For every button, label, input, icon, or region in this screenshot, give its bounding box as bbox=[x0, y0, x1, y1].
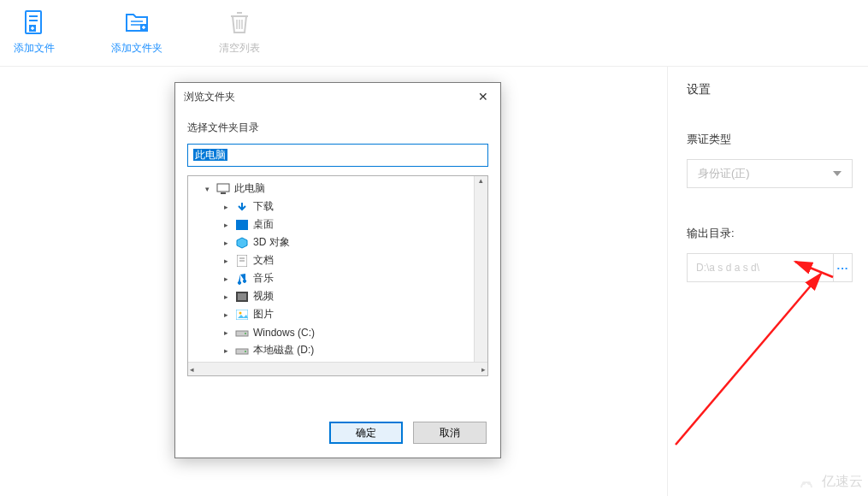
clear-list-label: 清空列表 bbox=[219, 41, 260, 56]
tree-node-label: 下载 bbox=[253, 199, 274, 214]
tree-node-label: 本地磁盘 (D:) bbox=[253, 343, 314, 357]
svg-point-27 bbox=[245, 333, 246, 334]
doc-icon bbox=[234, 254, 250, 268]
expand-icon[interactable] bbox=[224, 292, 234, 301]
svg-rect-16 bbox=[217, 184, 229, 192]
tree-node[interactable]: 本地磁盘 (D:) bbox=[188, 341, 487, 359]
watermark: 亿速云 bbox=[794, 473, 863, 491]
tree-node[interactable]: 此电脑 bbox=[188, 180, 487, 198]
svg-point-29 bbox=[245, 351, 246, 352]
browse-folder-dialog: 浏览文件夹 ✕ 选择文件夹目录 此电脑 此电脑下载桌面3D 对象文档音乐视频图片… bbox=[174, 82, 501, 458]
svg-point-32 bbox=[802, 481, 806, 485]
tree-node-label: 桌面 bbox=[253, 217, 274, 232]
ok-button[interactable]: 确定 bbox=[329, 422, 403, 444]
svg-rect-23 bbox=[238, 293, 246, 300]
tree-node[interactable]: 下载 bbox=[188, 198, 487, 216]
tree-node[interactable]: 3D 对象 bbox=[188, 233, 487, 251]
browse-output-button[interactable]: ··· bbox=[834, 253, 853, 282]
svg-point-33 bbox=[807, 481, 811, 485]
tree-node[interactable]: 文档 bbox=[188, 251, 487, 269]
doc-type-label: 票证类型 bbox=[687, 132, 853, 147]
expand-icon[interactable] bbox=[224, 203, 234, 211]
vertical-scrollbar[interactable]: ▴ bbox=[474, 176, 487, 362]
cube-icon bbox=[234, 236, 250, 250]
expand-icon[interactable] bbox=[224, 328, 234, 337]
tree-node[interactable]: 桌面 bbox=[188, 216, 487, 233]
dialog-subtitle: 选择文件夹目录 bbox=[175, 110, 500, 144]
tree-node-label: 3D 对象 bbox=[253, 235, 290, 250]
add-folder-button[interactable]: 添加文件夹 bbox=[103, 9, 171, 66]
expand-icon[interactable] bbox=[224, 346, 234, 355]
expand-icon[interactable] bbox=[205, 185, 216, 193]
expand-icon[interactable] bbox=[224, 221, 234, 229]
desk-icon bbox=[234, 218, 250, 232]
down-icon bbox=[234, 200, 250, 214]
folder-icon bbox=[241, 362, 253, 363]
horizontal-scrollbar[interactable]: ◂ ▸ bbox=[188, 362, 487, 375]
clear-list-button[interactable]: 清空列表 bbox=[205, 9, 274, 66]
svg-rect-18 bbox=[236, 220, 248, 230]
tree-node[interactable]: 视频 bbox=[188, 287, 487, 305]
settings-title: 设置 bbox=[687, 82, 853, 97]
drive-icon bbox=[234, 326, 250, 340]
folder-tree-container: 此电脑下载桌面3D 对象文档音乐视频图片Windows (C:)本地磁盘 (D:… bbox=[187, 175, 488, 376]
tree-node-label: 文档 bbox=[253, 253, 274, 268]
tree-node[interactable]: 图片 bbox=[188, 305, 487, 323]
expand-icon[interactable] bbox=[224, 310, 234, 319]
main-area: 浏览文件夹 ✕ 选择文件夹目录 此电脑 此电脑下载桌面3D 对象文档音乐视频图片… bbox=[0, 67, 868, 496]
expand-icon[interactable] bbox=[224, 275, 234, 283]
music-icon bbox=[234, 272, 250, 286]
dialog-titlebar: 浏览文件夹 ✕ bbox=[175, 83, 500, 110]
trash-icon bbox=[226, 9, 253, 36]
svg-point-25 bbox=[239, 311, 242, 314]
output-dir-row: ··· bbox=[687, 253, 853, 282]
output-dir-input[interactable] bbox=[687, 253, 834, 282]
video-icon bbox=[234, 290, 250, 304]
svg-rect-17 bbox=[221, 192, 226, 194]
scroll-up-icon: ▴ bbox=[475, 176, 487, 185]
output-dir-label: 输出目录: bbox=[687, 226, 853, 241]
tree-node-label: Windows (C:) bbox=[253, 327, 315, 339]
doc-type-value: 身份证(正) bbox=[698, 166, 750, 181]
drive-icon bbox=[234, 344, 250, 357]
pc-icon bbox=[216, 182, 231, 196]
chevron-down-icon bbox=[833, 171, 841, 176]
dialog-close-button[interactable]: ✕ bbox=[473, 88, 493, 105]
toolbar: 添加文件 添加文件夹 清空列表 bbox=[0, 0, 868, 67]
scroll-left-icon: ◂ bbox=[190, 365, 194, 374]
file-add-icon bbox=[21, 9, 48, 36]
folder-tree[interactable]: 此电脑下载桌面3D 对象文档音乐视频图片Windows (C:)本地磁盘 (D:… bbox=[188, 176, 487, 362]
tree-node-label: 音乐 bbox=[253, 271, 274, 286]
settings-panel: 设置 票证类型 身份证(正) 输出目录: ··· bbox=[667, 67, 868, 496]
add-file-button[interactable]: 添加文件 bbox=[0, 9, 68, 66]
tree-node[interactable]: 音乐 bbox=[188, 269, 487, 287]
path-input[interactable]: 此电脑 bbox=[187, 144, 488, 167]
svg-rect-24 bbox=[236, 310, 248, 320]
cancel-button[interactable]: 取消 bbox=[413, 422, 487, 444]
tree-node[interactable]: Windows (C:) bbox=[188, 323, 487, 341]
tree-node-label: 此电脑 bbox=[234, 181, 265, 196]
left-pane: 浏览文件夹 ✕ 选择文件夹目录 此电脑 此电脑下载桌面3D 对象文档音乐视频图片… bbox=[0, 67, 667, 496]
pic-icon bbox=[234, 308, 250, 322]
dialog-buttons: 确定 取消 bbox=[329, 422, 487, 444]
dialog-title: 浏览文件夹 bbox=[184, 90, 235, 104]
expand-icon[interactable] bbox=[224, 239, 234, 247]
tree-node-label: 图片 bbox=[253, 307, 274, 322]
add-folder-label: 添加文件夹 bbox=[111, 41, 162, 56]
doc-type-select[interactable]: 身份证(正) bbox=[687, 159, 853, 188]
tree-node-label: 丁海云-流程图制作套路你都知道吗？世界五百强都在 bbox=[257, 361, 487, 362]
add-file-label: 添加文件 bbox=[14, 41, 55, 56]
tree-node-label: 视频 bbox=[253, 289, 274, 304]
folder-add-icon bbox=[123, 9, 151, 36]
expand-icon[interactable] bbox=[224, 257, 234, 265]
path-text: 此电脑 bbox=[193, 149, 227, 161]
watermark-text: 亿速云 bbox=[822, 473, 863, 491]
scroll-right-icon: ▸ bbox=[481, 365, 486, 374]
